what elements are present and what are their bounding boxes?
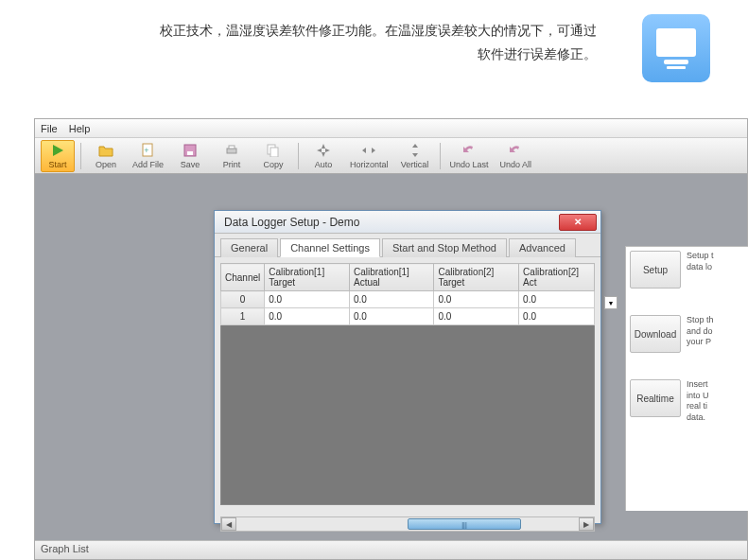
menubar: File Help: [35, 119, 747, 138]
undoall-icon: [507, 142, 524, 159]
horizontal-scrollbar[interactable]: ◀ ||| ▶: [220, 516, 595, 532]
statusbar: Graph List: [35, 540, 747, 559]
horizontal-icon: [360, 142, 377, 159]
svg-rect-4: [187, 151, 193, 155]
undolast-button[interactable]: Undo Last: [446, 140, 493, 172]
svg-rect-5: [227, 149, 236, 153]
grid-empty-area: [220, 325, 595, 505]
vertical-button[interactable]: Vertical: [396, 140, 434, 172]
menu-help[interactable]: Help: [69, 123, 91, 134]
scroll-right-icon[interactable]: ▶: [579, 517, 594, 531]
folder-icon: [97, 142, 114, 159]
horizontal-button[interactable]: Horizontal: [346, 140, 392, 172]
svg-rect-6: [229, 146, 235, 149]
menu-file[interactable]: File: [41, 123, 58, 134]
side-panel: Setup Setup t data lo Download Stop th a…: [625, 246, 748, 511]
download-description: Stop th and do your P: [687, 315, 744, 353]
table-row[interactable]: 0 0.0 0.0 0.0 0.0: [221, 291, 595, 308]
setup-button[interactable]: Setup: [630, 251, 681, 289]
open-button[interactable]: Open: [87, 140, 125, 172]
print-icon: [223, 142, 240, 159]
tabstrip: General Channel Settings Start and Stop …: [215, 234, 600, 257]
status-text: Graph List: [41, 543, 89, 554]
save-icon: [182, 142, 199, 159]
save-button[interactable]: Save: [171, 140, 209, 172]
vertical-icon: [407, 142, 424, 159]
setup-dialog: Data Logger Setup - Demo ✕ General Chann…: [214, 210, 601, 524]
realtime-description: Insert into U real ti data.: [687, 379, 744, 424]
play-icon: [49, 142, 66, 159]
scroll-left-icon[interactable]: ◀: [221, 517, 236, 531]
undoall-button[interactable]: Undo All: [496, 140, 536, 172]
auto-icon: [315, 142, 332, 159]
dropdown-icon[interactable]: ▼: [604, 296, 618, 309]
copy-button[interactable]: Copy: [254, 140, 292, 172]
auto-button[interactable]: Auto: [304, 140, 342, 172]
addfile-button[interactable]: + Add File: [129, 140, 167, 172]
start-button[interactable]: Start: [41, 140, 75, 172]
undo-icon: [461, 142, 478, 159]
tab-start-stop[interactable]: Start and Stop Method: [382, 238, 507, 257]
scroll-thumb[interactable]: |||: [408, 518, 521, 530]
addfile-icon: +: [140, 142, 157, 159]
svg-rect-8: [270, 148, 278, 157]
dialog-title-text: Data Logger Setup - Demo: [224, 216, 359, 229]
monitor-icon: [642, 14, 710, 82]
col-cal2-actual: Calibration[2] Act: [519, 264, 595, 291]
col-cal1-target: Calibration[1] Target: [265, 264, 350, 291]
svg-text:+: +: [144, 146, 148, 155]
table-row[interactable]: 1 0.0 0.0 0.0 0.0: [221, 308, 595, 325]
realtime-button[interactable]: Realtime: [630, 379, 681, 417]
tab-advanced[interactable]: Advanced: [509, 238, 576, 257]
col-cal1-actual: Calibration[1] Actual: [349, 264, 433, 291]
col-cal2-target: Calibration[2] Target: [434, 264, 519, 291]
header-description: 校正技术，温湿度误差软件修正功能。在温湿度误差较大的情况下，可通过 软件进行误差…: [142, 19, 720, 66]
close-button[interactable]: ✕: [559, 214, 597, 231]
calibration-table[interactable]: Channel Calibration[1] Target Calibratio…: [220, 263, 595, 325]
svg-marker-0: [53, 145, 63, 156]
col-channel: Channel: [221, 264, 265, 291]
dialog-titlebar: Data Logger Setup - Demo ✕: [215, 211, 600, 234]
tab-channel-settings[interactable]: Channel Settings: [280, 238, 380, 257]
close-icon: ✕: [574, 217, 582, 227]
toolbar: Start Open + Add File Save Print Copy Au…: [35, 138, 747, 174]
scroll-track[interactable]: |||: [236, 517, 579, 531]
setup-description: Setup t data lo: [687, 251, 744, 289]
tab-general[interactable]: General: [220, 238, 278, 257]
print-button[interactable]: Print: [213, 140, 251, 172]
download-button[interactable]: Download: [630, 315, 681, 353]
copy-icon: [265, 142, 282, 159]
